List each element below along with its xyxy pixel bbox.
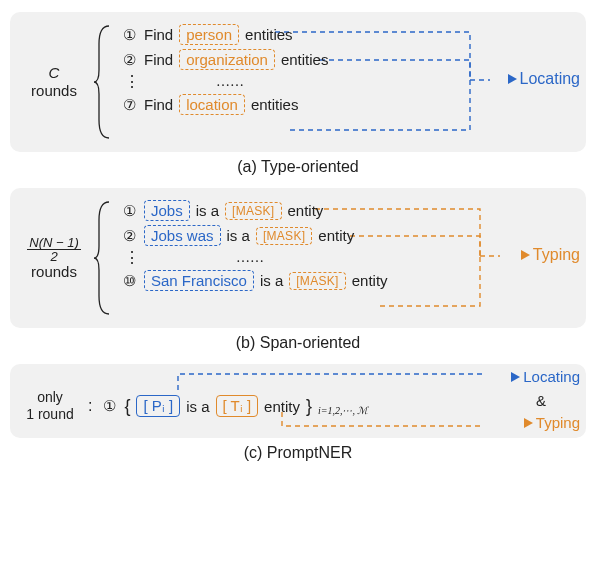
lbrace: { (124, 396, 130, 417)
line-a-1: ① Find person entities (120, 24, 328, 45)
result-typing-b: Typing (521, 246, 580, 264)
locating-c-label: Locating (523, 368, 580, 385)
rounds-text-b: rounds (20, 263, 88, 281)
result-typing-c: Typing (524, 414, 580, 431)
num-1b: ① (120, 202, 138, 220)
arrow-right-icon (511, 372, 520, 382)
line-a-dots: ⋮ …… (120, 74, 328, 90)
lines-b: ① Jobs is a [MASK] entity ② Jobs was is … (120, 200, 388, 316)
entities-text: entities (251, 96, 299, 113)
entity-text: entity (352, 272, 388, 289)
line-c: ① { [ Pᵢ ] is a [ Tᵢ ] entity }i=1,2,⋯, … (100, 395, 368, 417)
isa-text: is a (196, 202, 219, 219)
colon: : (88, 397, 92, 415)
line-b-1: ① Jobs is a [MASK] entity (120, 200, 388, 221)
hdots-b: …… (236, 250, 264, 266)
entity-type-location: location (179, 94, 245, 115)
caption-b: (b) Span-oriented (10, 334, 586, 352)
typing-label: Typing (533, 246, 580, 264)
panel-type-oriented: C rounds ① Find person entities ② Find o… (10, 12, 586, 152)
entity-text: entity (288, 202, 324, 219)
rounds-label-a: C rounds (20, 24, 88, 140)
line-a-2: ② Find organization entities (120, 49, 328, 70)
line-b-2: ② Jobs was is a [MASK] entity (120, 225, 388, 246)
mask-token: [MASK] (289, 272, 345, 290)
p-slot: [ Pᵢ ] (136, 395, 180, 417)
num-2: ② (120, 51, 138, 69)
lines-a: ① Find person entities ② Find organizati… (120, 24, 328, 140)
one-round-text: 1 round (26, 406, 73, 422)
find-text: Find (144, 51, 173, 68)
typing-c-label: Typing (536, 414, 580, 431)
frac-den: 2 (48, 250, 59, 263)
num-2b: ② (120, 227, 138, 245)
line-b-dots: ⋮ …… (120, 250, 388, 266)
num-1c: ① (100, 397, 118, 415)
panel-promptner: only 1 round : ① { [ Pᵢ ] is a [ Tᵢ ] en… (10, 364, 586, 438)
caption-c: (c) PromptNER (10, 444, 586, 462)
find-text: Find (144, 96, 173, 113)
entities-text: entities (281, 51, 329, 68)
isa-c: is a (186, 398, 209, 415)
arrow-right-icon (521, 250, 530, 260)
num-7: ⑦ (120, 96, 138, 114)
isa-text: is a (260, 272, 283, 289)
arrow-right-icon (508, 74, 517, 84)
entity-c: entity (264, 398, 300, 415)
panel-span-oriented: N(N − 1) 2 rounds ① Jobs is a [MASK] ent… (10, 188, 586, 328)
entities-text: entities (245, 26, 293, 43)
caption-a: (a) Type-oriented (10, 158, 586, 176)
rounds-c: C (20, 64, 88, 82)
span-jobs: Jobs (144, 200, 190, 221)
subscript-set: i=1,2,⋯, ℳ (318, 405, 369, 416)
entity-type-person: person (179, 24, 239, 45)
frac-num: N(N − 1) (27, 236, 80, 250)
left-brace-b (94, 200, 114, 316)
rounds-text-a: rounds (20, 82, 88, 100)
entity-text: entity (318, 227, 354, 244)
num-10b: ⑩ (120, 272, 138, 290)
rounds-label-b: N(N − 1) 2 rounds (20, 200, 88, 316)
left-brace-a (94, 24, 114, 140)
span-san-francisco: San Francisco (144, 270, 254, 291)
span-jobs-was: Jobs was (144, 225, 221, 246)
arrow-right-icon (524, 418, 533, 428)
rounds-label-c: only 1 round (20, 389, 80, 423)
vdots-icon: ⋮ (120, 255, 144, 261)
locating-label: Locating (520, 70, 581, 88)
isa-text: is a (227, 227, 250, 244)
result-locating-a: Locating (508, 70, 581, 88)
fraction-n: N(N − 1) 2 (20, 236, 88, 263)
mask-token: [MASK] (225, 202, 281, 220)
amp-c: & (536, 392, 546, 409)
mask-token: [MASK] (256, 227, 312, 245)
line-b-10: ⑩ San Francisco is a [MASK] entity (120, 270, 388, 291)
find-text: Find (144, 26, 173, 43)
line-a-7: ⑦ Find location entities (120, 94, 328, 115)
rbrace: } (306, 396, 312, 417)
vdots-icon: ⋮ (120, 79, 144, 85)
only-text: only (37, 389, 63, 405)
t-slot: [ Tᵢ ] (216, 395, 259, 417)
num-1: ① (120, 26, 138, 44)
entity-type-organization: organization (179, 49, 275, 70)
result-locating-c: Locating (511, 368, 580, 385)
subscript-text: i=1,2,⋯, ℳ (318, 405, 369, 416)
hdots: …… (216, 74, 244, 90)
